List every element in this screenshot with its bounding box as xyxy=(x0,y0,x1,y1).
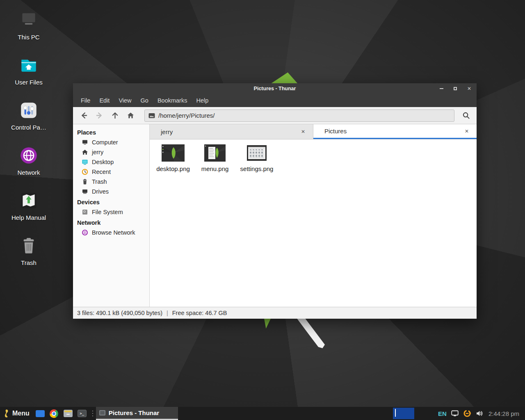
home-button[interactable] xyxy=(123,109,138,122)
minimize-icon xyxy=(440,88,443,89)
file-name: menu.png xyxy=(201,165,229,172)
laptop-icon xyxy=(18,10,39,30)
back-button[interactable] xyxy=(76,109,91,122)
menu-button[interactable] xyxy=(3,409,10,418)
minimize-button[interactable] xyxy=(438,85,445,92)
home-icon xyxy=(127,112,135,119)
file-view[interactable]: desktop.png xyxy=(150,139,477,307)
show-desktop-button[interactable] xyxy=(35,409,45,418)
speaker-icon xyxy=(476,410,483,417)
desktop-icon-label: User Files xyxy=(15,79,43,86)
maximize-button[interactable] xyxy=(452,85,459,92)
file-name: desktop.png xyxy=(156,165,190,172)
tab-jerry[interactable]: jerry ✕ xyxy=(150,124,313,139)
menu-help[interactable]: Help xyxy=(192,94,213,107)
maximize-icon xyxy=(454,87,457,90)
path-bar[interactable]: /home/jerry/Pictures/ xyxy=(144,110,454,122)
desktop-icon-label: Network xyxy=(17,169,40,176)
search-icon xyxy=(462,112,470,119)
tab-label: Pictures xyxy=(324,128,463,135)
titlebar[interactable]: Pictures - Thunar ✕ xyxy=(73,83,477,94)
window-body: Places Computer jerry Desktop Recent Tra… xyxy=(73,124,477,307)
desktop-icon-help-manual[interactable]: Help Manual xyxy=(9,188,48,229)
forward-button[interactable] xyxy=(92,109,107,122)
close-button[interactable]: ✕ xyxy=(466,85,472,92)
toolbar: /home/jerry/Pictures/ xyxy=(73,107,477,124)
desktop-icon-this-pc[interactable]: This PC xyxy=(9,7,48,48)
home-icon xyxy=(82,149,88,155)
quick-launchers: >_ xyxy=(35,409,87,418)
desktop-icon-column: This PC User Files Control Pa… Network xyxy=(9,7,48,278)
desktop-icon-label: This PC xyxy=(18,34,39,41)
display-tray-button[interactable] xyxy=(451,409,459,418)
chrome-icon xyxy=(50,409,58,418)
sidebar-item-file-system[interactable]: File System xyxy=(73,207,149,217)
sidebar-item-trash[interactable]: Trash xyxy=(73,177,149,187)
status-files-summary: 3 files: 490.1 kB (490,050 bytes) xyxy=(77,310,162,316)
tab-pictures[interactable]: Pictures ✕ xyxy=(313,124,477,139)
search-button[interactable] xyxy=(459,109,473,122)
sidebar-header-devices: Devices xyxy=(73,196,149,207)
hard-disk-icon xyxy=(82,209,88,215)
tab-close-icon[interactable]: ✕ xyxy=(299,128,307,136)
menu-screenshot-thumbnail xyxy=(204,144,226,162)
task-label: Pictures - Thunar xyxy=(109,409,159,416)
desktop-icon-trash[interactable]: Trash xyxy=(9,233,48,274)
settings-screenshot-thumbnail xyxy=(247,145,267,161)
file-thumbnail xyxy=(162,144,185,162)
clock-icon xyxy=(82,169,88,175)
desktop-icon xyxy=(82,159,88,165)
sidebar-item-computer[interactable]: Computer xyxy=(73,137,149,147)
sidebar-header-places: Places xyxy=(73,127,149,137)
sidebar-item-label: Computer xyxy=(92,139,118,146)
clock[interactable]: 2:44:28 pm xyxy=(488,410,519,417)
up-button[interactable] xyxy=(107,109,122,122)
status-bar: 3 files: 490.1 kB (490,050 bytes) | Free… xyxy=(73,307,477,319)
desktop-icon-user-files[interactable]: User Files xyxy=(9,52,48,94)
sidebar-item-label: File System xyxy=(92,209,123,215)
menu-go[interactable]: Go xyxy=(136,94,153,107)
desktop-icon-network[interactable]: Network xyxy=(9,143,48,184)
distro-logo-icon xyxy=(3,409,10,418)
sliders-icon xyxy=(18,100,39,121)
menu-file[interactable]: File xyxy=(76,94,95,107)
sidebar-item-drives[interactable]: Drives xyxy=(73,187,149,196)
sidebar-item-browse-network[interactable]: Browse Network xyxy=(73,228,149,237)
menu-view[interactable]: View xyxy=(114,94,136,107)
update-manager-button[interactable] xyxy=(463,409,471,418)
panel-handle[interactable] xyxy=(91,410,94,417)
sidebar-item-jerry[interactable]: jerry xyxy=(73,147,149,157)
workspace-switcher[interactable] xyxy=(393,408,414,419)
file-settings-png[interactable]: settings.png xyxy=(236,144,278,172)
sidebar-item-recent[interactable]: Recent xyxy=(73,167,149,177)
status-free-space: Free space: 46.7 GB xyxy=(172,310,227,316)
window-controls: ✕ xyxy=(438,83,472,94)
image-file-icon xyxy=(148,113,155,119)
display-icon xyxy=(451,410,459,417)
tab-close-icon[interactable]: ✕ xyxy=(463,127,471,135)
keyboard-layout-indicator[interactable]: EN xyxy=(438,410,447,417)
sidebar-item-label: Trash xyxy=(92,178,107,185)
taskbar-task-pictures-thunar[interactable]: Pictures - Thunar xyxy=(96,407,178,420)
file-thumbnail xyxy=(204,144,226,162)
sidebar: Places Computer jerry Desktop Recent Tra… xyxy=(73,124,150,307)
desktop-screenshot-thumbnail xyxy=(162,144,185,162)
menu-button-label[interactable]: Menu xyxy=(12,410,30,417)
path-text: /home/jerry/Pictures/ xyxy=(158,112,215,119)
thunar-window: Pictures - Thunar ✕ File Edit View Go Bo… xyxy=(73,83,477,319)
menu-edit[interactable]: Edit xyxy=(95,94,114,107)
file-menu-png[interactable]: menu.png xyxy=(194,144,236,172)
tab-bar: jerry ✕ Pictures ✕ xyxy=(150,124,477,139)
sidebar-item-desktop[interactable]: Desktop xyxy=(73,157,149,167)
arrow-right-icon xyxy=(96,112,103,119)
desktop-icon-control-panel[interactable]: Control Pa… xyxy=(9,98,48,139)
arrow-up-icon xyxy=(111,112,119,119)
system-tray: EN 2:44:28 pm xyxy=(438,409,522,418)
file-cabinet-icon xyxy=(64,410,73,417)
menu-bookmarks[interactable]: Bookmarks xyxy=(153,94,192,107)
file-manager-launcher[interactable] xyxy=(63,409,73,418)
volume-button[interactable] xyxy=(475,409,484,418)
terminal-launcher[interactable]: >_ xyxy=(77,409,87,418)
chrome-launcher[interactable] xyxy=(49,409,59,418)
file-desktop-png[interactable]: desktop.png xyxy=(152,144,194,172)
